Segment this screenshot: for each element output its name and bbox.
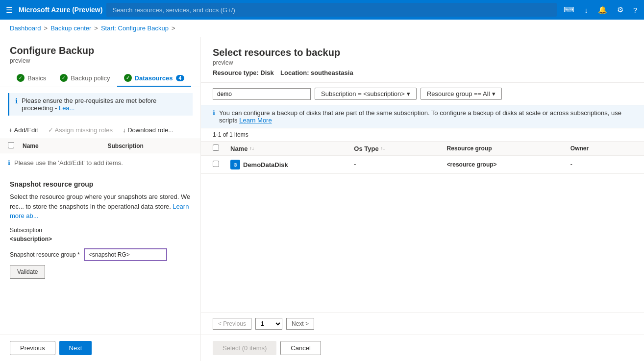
assign-roles-label: ✓ Assign missing roles: [48, 126, 113, 134]
info-banner: ℹ You can configure a backup of disks th…: [201, 105, 644, 128]
terminal-icon[interactable]: ⌨: [561, 3, 577, 16]
basics-check-icon: ✓: [17, 74, 25, 82]
tab-backup-policy-label: Backup policy: [71, 74, 110, 82]
location-label: Location:: [280, 69, 309, 76]
name-sort-icon[interactable]: ↑↓: [249, 146, 254, 151]
add-edit-button[interactable]: + Add/Edit: [8, 124, 39, 136]
col-subscription-header: Subscription: [108, 143, 193, 149]
breadcrumb-sep2: >: [94, 24, 98, 32]
table-row: ⊙ DemoDataDisk - <resource group> -: [201, 156, 644, 174]
bottom-navigation: Previous Next: [0, 335, 200, 361]
subscription-filter-button[interactable]: Subscription = <subscription> ▾: [315, 88, 417, 100]
datasources-badge: 4: [176, 75, 185, 81]
cancel-button[interactable]: Cancel: [280, 341, 321, 355]
app-title: Microsoft Azure (Preview): [19, 6, 102, 14]
search-input[interactable]: [106, 3, 557, 17]
rt-col-os-header: Os Type ↑↓: [354, 145, 446, 152]
select-items-button[interactable]: Select (0 items): [213, 341, 276, 355]
tab-backup-policy[interactable]: ✓ Backup policy: [53, 70, 117, 87]
right-panel-header: Select resources to backup preview Resou…: [201, 37, 644, 83]
empty-state-text: Please use the 'Add/Edit' to add items.: [14, 159, 123, 167]
snapshot-rg-label: Snapshot resource group *: [10, 251, 80, 258]
rt-col-rg-header: Resource group: [447, 145, 570, 152]
resource-search-input[interactable]: [213, 88, 311, 100]
resource-type-value: Disk: [260, 69, 273, 76]
datasources-check-icon: ✓: [124, 74, 132, 82]
resources-table: Name ↑↓ Os Type ↑↓ Resource group Owner …: [201, 142, 644, 313]
right-panel: Select resources to backup preview Resou…: [201, 37, 644, 361]
info-icon: ℹ: [15, 97, 18, 105]
rg-filter-button[interactable]: Resource group == All ▾: [421, 88, 502, 100]
download-label: ↓ Download role...: [123, 126, 173, 134]
subscription-filter-chevron: ▾: [407, 90, 410, 97]
tab-datasources-label: Datasources: [135, 74, 173, 82]
empty-info-icon: ℹ: [8, 159, 10, 167]
subscription-filter-label: Subscription = <subscription>: [321, 90, 405, 97]
rt-col-name-header: Name ↑↓: [230, 145, 354, 152]
right-bottom-bar: Select (0 items) Cancel: [201, 335, 644, 361]
previous-button[interactable]: Previous: [10, 341, 55, 355]
right-panel-subtitle: preview: [213, 59, 632, 66]
breadcrumb-backup-center[interactable]: Backup center: [50, 24, 91, 32]
banner-info-icon: ℹ: [213, 109, 215, 117]
next-page-button[interactable]: Next >: [286, 318, 314, 330]
rt-col-owner-header: Owner: [570, 145, 632, 152]
rg-filter-label: Resource group == All: [427, 90, 490, 97]
next-button[interactable]: Next: [59, 341, 92, 355]
snapshot-section: Snapshot resource group Select the resou…: [0, 172, 200, 292]
tab-datasources[interactable]: ✓ Datasources 4: [117, 70, 192, 87]
prerequisites-info-bar: ℹ Please ensure the pre-requisites are m…: [8, 93, 193, 116]
subscription-field: Subscription <subscription>: [10, 227, 191, 242]
breadcrumb-sep1: >: [44, 24, 48, 32]
col-name-header: Name: [23, 143, 108, 149]
row-owner: -: [570, 161, 632, 168]
resource-info: Resource type: Disk Location: southeasta…: [213, 69, 632, 76]
tab-basics[interactable]: ✓ Basics: [10, 70, 53, 87]
disk-icon: ⊙: [230, 160, 240, 169]
assign-roles-button[interactable]: ✓ Assign missing roles: [47, 124, 114, 136]
prerequisites-text: Please ensure the pre-requisites are met…: [22, 97, 187, 112]
datasources-toolbar: + Add/Edit ✓ Assign missing roles ↓ Down…: [0, 121, 200, 139]
resource-type-label: Resource type:: [213, 69, 259, 76]
select-all-checkbox[interactable]: [8, 142, 14, 148]
validate-button[interactable]: Validate: [10, 265, 45, 279]
filter-row: Subscription = <subscription> ▾ Resource…: [201, 83, 644, 105]
tabs-container: ✓ Basics ✓ Backup policy ✓ Datasources 4: [0, 64, 200, 87]
snapshot-rg-field: Snapshot resource group * Validate: [10, 248, 191, 279]
main-layout: Configure Backup preview ✓ Basics ✓ Back…: [0, 37, 644, 361]
help-icon[interactable]: ?: [630, 4, 640, 16]
right-panel-title: Select resources to backup: [213, 47, 632, 58]
row-os: -: [354, 161, 446, 168]
prerequisites-link[interactable]: Lea...: [59, 104, 75, 112]
snapshot-rg-input[interactable]: [84, 248, 167, 261]
page-title: Configure Backup: [10, 45, 191, 56]
download-button[interactable]: ↓ Download role...: [122, 124, 174, 136]
banner-text: You can configure a backup of disks that…: [219, 109, 632, 124]
feedback-icon[interactable]: ↓: [581, 4, 591, 16]
empty-state-info: ℹ Please use the 'Add/Edit' to add items…: [0, 153, 200, 172]
select-all-resources-checkbox[interactable]: [213, 144, 219, 151]
hamburger-menu[interactable]: ☰: [4, 3, 15, 17]
os-sort-icon[interactable]: ↑↓: [381, 146, 385, 151]
snapshot-rg-group: Snapshot resource group *: [10, 248, 191, 261]
previous-page-button[interactable]: < Previous: [213, 318, 251, 330]
left-panel-header: Configure Backup preview: [0, 37, 200, 64]
pagination: < Previous 1 Next >: [201, 313, 644, 335]
location-value: southeastasia: [311, 69, 353, 76]
notifications-icon[interactable]: 🔔: [595, 3, 610, 16]
breadcrumb-configure[interactable]: Start: Configure Backup: [101, 24, 169, 32]
tab-basics-label: Basics: [27, 74, 46, 82]
nav-icons-group: ⌨ ↓ 🔔 ⚙ ?: [561, 3, 640, 16]
page-selector[interactable]: 1: [255, 318, 282, 330]
left-panel: Configure Backup preview ✓ Basics ✓ Back…: [0, 37, 201, 361]
row-name: ⊙ DemoDataDisk: [230, 160, 354, 169]
add-edit-label: + Add/Edit: [9, 126, 38, 134]
learn-more-scripts-link[interactable]: Learn More: [239, 117, 272, 124]
datasources-table-header: Name Subscription: [0, 139, 200, 153]
subscription-label: Subscription: [10, 227, 191, 234]
snapshot-title: Snapshot resource group: [10, 180, 191, 188]
settings-icon[interactable]: ⚙: [614, 3, 626, 16]
breadcrumb-sep3: >: [172, 24, 175, 32]
breadcrumb-dashboard[interactable]: Dashboard: [10, 24, 41, 32]
row-checkbox[interactable]: [213, 161, 219, 167]
